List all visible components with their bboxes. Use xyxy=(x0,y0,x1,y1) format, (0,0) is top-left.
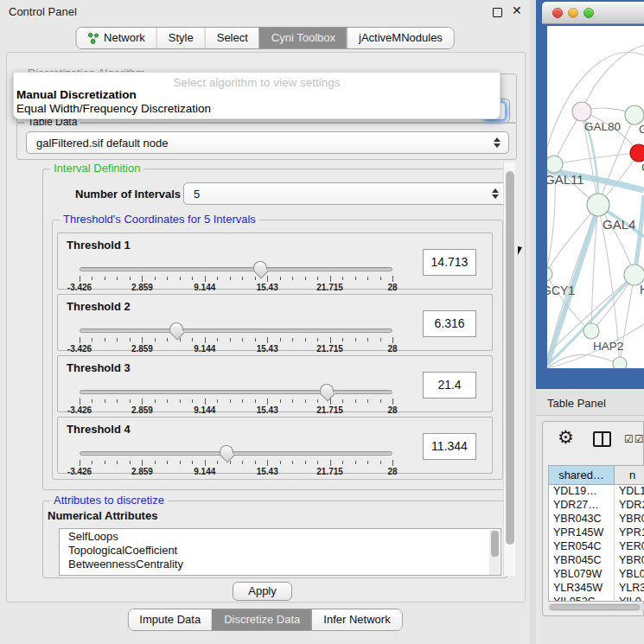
table-data-group: Table Data galFiltered.sif default node xyxy=(16,122,517,160)
tick-mark xyxy=(180,338,181,341)
algorithm-dropdown-popup: Select algorithm to view settings Manual… xyxy=(13,72,501,119)
threshold-4-slider[interactable]: -3.4262.8599.14415.4321.71528 xyxy=(80,449,392,475)
threshold-1-value-field[interactable]: 14.713 xyxy=(423,249,476,276)
slider-thumb[interactable] xyxy=(169,322,183,332)
network-node-gal11[interactable] xyxy=(547,156,563,173)
tab-select[interactable]: Select xyxy=(205,28,259,48)
table-horizontal-scrollbar[interactable] xyxy=(548,603,644,611)
network-edge[interactable] xyxy=(554,153,639,164)
tab-cyni-toolbox[interactable]: Cyni Toolbox xyxy=(259,28,347,48)
window-close-button[interactable] xyxy=(552,8,563,18)
network-node-gal4[interactable] xyxy=(587,194,609,216)
slider-tick-labels: -3.4262.8599.14415.4321.71528 xyxy=(80,283,392,292)
tick-mark xyxy=(255,399,256,403)
table-row[interactable]: YPR145WYPR1 xyxy=(549,526,644,540)
tick-mark xyxy=(167,461,168,464)
list-scrollbar[interactable] xyxy=(489,530,500,576)
tick-label: 15.43 xyxy=(257,344,278,354)
tick-label: 28 xyxy=(387,405,397,415)
table-row[interactable]: YDR27…YDR2 xyxy=(549,499,644,513)
network-node-gcy1[interactable] xyxy=(547,267,552,281)
table-row[interactable]: YER054CYER0 xyxy=(549,540,644,554)
cell-shared-name: YLR345W xyxy=(549,582,615,596)
numerical-attributes-list[interactable]: SelfLoops TopologicalCoefficient Between… xyxy=(59,528,501,576)
column-header-shared-name[interactable]: shared… xyxy=(549,466,615,485)
slider-thumb[interactable] xyxy=(220,445,233,455)
tick-mark xyxy=(155,277,156,280)
tab-infer-network[interactable]: Infer Network xyxy=(311,609,401,630)
panel-divider[interactable] xyxy=(530,0,536,644)
tick-mark xyxy=(367,338,368,341)
tick-mark xyxy=(305,399,306,403)
network-view-window: GAL80GACGAL11GAL4GCY1HHAP2 xyxy=(542,2,644,386)
tick-mark xyxy=(305,338,306,341)
tick-mark xyxy=(342,277,343,280)
network-node-c[interactable] xyxy=(630,144,644,162)
table-data-combobox[interactable]: galFiltered.sif default node xyxy=(26,131,509,154)
list-item[interactable]: BetweennessCentrality xyxy=(60,557,501,571)
tab-network[interactable]: Network xyxy=(76,28,156,48)
table-panel-title: Table Panel xyxy=(547,397,606,410)
network-node-unlabeled[interactable] xyxy=(613,357,627,368)
table-row[interactable]: YBR043CYBR0 xyxy=(549,513,644,526)
checkboxes-icon[interactable]: ☑☑ xyxy=(624,433,644,445)
scrollbar-thumb[interactable] xyxy=(550,604,640,610)
cell-name: YBR0 xyxy=(615,513,644,526)
tick-mark xyxy=(355,399,356,403)
table-row[interactable]: YBL079WYBL0 xyxy=(549,568,644,582)
cell-shared-name: YIL052C xyxy=(549,596,615,602)
tab-jactivemnodules[interactable]: jActiveMNodules xyxy=(347,28,454,48)
tab-style[interactable]: Style xyxy=(156,28,205,48)
threshold-4-value-field[interactable]: 11.344 xyxy=(423,433,476,460)
number-of-intervals-combobox[interactable]: 5 xyxy=(183,182,507,205)
apply-button[interactable]: Apply xyxy=(233,582,292,601)
table-row[interactable]: YIL052CYIL0 xyxy=(549,596,644,602)
table-row[interactable]: YDL19…YDL1 xyxy=(549,485,644,499)
split-columns-icon[interactable] xyxy=(593,431,611,447)
scrollbar-thumb[interactable] xyxy=(491,531,499,557)
tab-label: jActiveMNodules xyxy=(359,31,443,44)
network-node-hap2[interactable] xyxy=(583,323,599,339)
network-window-titlebar[interactable] xyxy=(542,2,644,24)
cell-shared-name: YER054C xyxy=(549,540,615,554)
column-header-name[interactable]: n xyxy=(615,466,644,485)
panel-scrollbar[interactable] xyxy=(503,163,515,576)
window-minimize-button[interactable] xyxy=(568,8,578,18)
tick-mark xyxy=(380,338,381,341)
list-item[interactable]: SelfLoops xyxy=(60,529,501,543)
node-label: GAL4 xyxy=(603,217,635,232)
table-row[interactable]: YLR345WYLR3 xyxy=(549,582,644,596)
threshold-label: Threshold 2 xyxy=(67,300,131,313)
threshold-1-slider[interactable]: -3.4262.8599.14415.4321.71528 xyxy=(80,265,392,290)
list-item[interactable]: TopologicalCoefficient xyxy=(60,543,501,557)
window-zoom-button[interactable] xyxy=(583,8,594,18)
network-canvas[interactable]: GAL80GACGAL11GAL4GCY1HHAP2 xyxy=(547,26,644,368)
threshold-3-slider[interactable]: -3.4262.8599.14415.4321.71528 xyxy=(80,387,392,413)
tick-mark xyxy=(367,277,368,280)
gear-icon[interactable]: ⚙ xyxy=(558,427,574,448)
tab-discretize-data[interactable]: Discretize Data xyxy=(212,609,311,630)
dropdown-option-manual[interactable]: Manual Discretization xyxy=(14,87,500,101)
tick-mark xyxy=(317,277,318,280)
tick-mark xyxy=(267,276,268,282)
tick-mark xyxy=(367,461,368,464)
cell-shared-name: YDR27… xyxy=(549,499,615,513)
threshold-2-slider[interactable]: -3.4262.8599.14415.4321.71528 xyxy=(80,326,392,352)
scrollbar-thumb[interactable] xyxy=(506,171,514,545)
network-node-gal80[interactable] xyxy=(572,102,591,121)
tick-mark xyxy=(267,337,268,343)
slider-thumb[interactable] xyxy=(320,384,334,393)
close-icon[interactable]: ✕ xyxy=(512,3,522,17)
tick-mark xyxy=(330,399,331,405)
tab-label: Impute Data xyxy=(139,613,201,626)
tick-mark xyxy=(92,399,92,403)
slider-thumb[interactable] xyxy=(253,261,267,271)
threshold-2-value-field[interactable]: 6.316 xyxy=(423,310,476,337)
network-node-ga[interactable] xyxy=(625,105,644,124)
group-title-attributes: Attributes to discretize xyxy=(50,494,168,507)
threshold-3-value-field[interactable]: 21.4 xyxy=(423,372,476,399)
tab-impute-data[interactable]: Impute Data xyxy=(128,609,212,630)
table-row[interactable]: YBR045CYBR0 xyxy=(549,554,644,568)
float-window-icon[interactable] xyxy=(493,8,502,17)
dropdown-option-equal-width[interactable]: Equal Width/Frequency Discretization xyxy=(14,101,500,115)
